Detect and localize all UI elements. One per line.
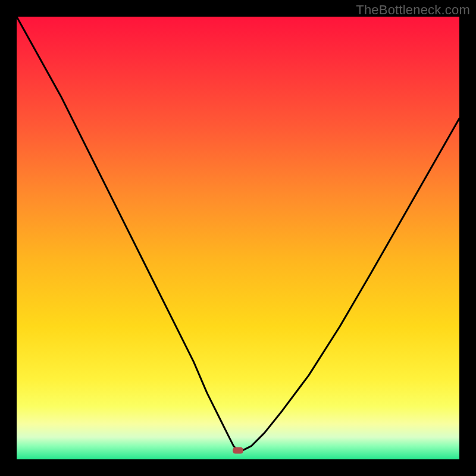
watermark-text: TheBottleneck.com bbox=[356, 2, 470, 18]
min-marker bbox=[233, 447, 243, 454]
plot-area bbox=[17, 17, 459, 459]
plot-svg bbox=[17, 17, 459, 459]
bottleneck-curve bbox=[17, 17, 459, 450]
chart-frame: TheBottleneck.com bbox=[0, 0, 476, 476]
